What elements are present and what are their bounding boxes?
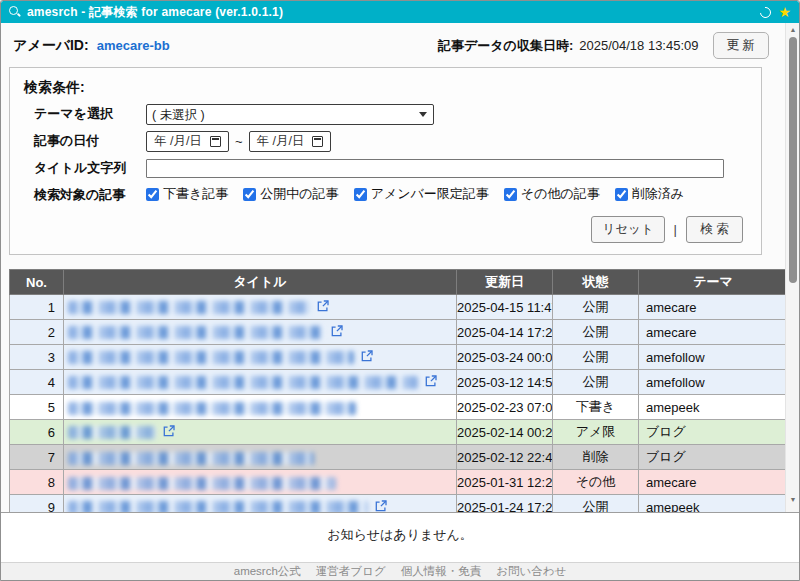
table-row: 22025-04-14 17:23公開amecare — [10, 320, 788, 345]
theme-name: amecare — [639, 470, 788, 495]
notice-panel: お知らせはありません。 — [1, 512, 799, 562]
refresh-icon[interactable] — [758, 4, 773, 19]
row-number: 3 — [10, 345, 64, 370]
footer: amesrch公式運営者ブログ個人情報・免責お問い合わせ — [1, 562, 799, 580]
checkbox-label: 下書き記事 — [163, 185, 228, 203]
row-number: 7 — [10, 445, 64, 470]
ameba-id-label: アメーバID: — [13, 37, 89, 55]
target-checkboxes: 下書き記事公開中の記事アメンバー限定記事その他の記事削除済み — [146, 185, 699, 205]
reset-button[interactable]: リセット — [591, 216, 664, 243]
footer-link-3[interactable]: お問い合わせ — [496, 564, 566, 579]
updated-date: 2025-04-14 17:23 — [457, 320, 553, 345]
calendar-icon[interactable] — [210, 136, 221, 147]
title-string-label: タイトル文字列 — [34, 159, 146, 177]
updated-date: 2025-02-14 00:28 — [457, 420, 553, 445]
article-title-cell — [64, 370, 457, 395]
row-number: 2 — [10, 320, 64, 345]
results-table: No.タイトル更新日状態テーマ 12025-04-15 11:47公開ameca… — [9, 269, 788, 545]
updated-date: 2025-04-15 11:47 — [457, 295, 553, 320]
title-search-input[interactable] — [146, 159, 724, 178]
checkbox-input[interactable] — [615, 188, 628, 201]
theme-select-value: ( 未選択 ) — [152, 108, 205, 122]
redacted-title — [68, 376, 418, 389]
date-range-separator: ~ — [235, 134, 243, 149]
table-row: 62025-02-14 00:28アメ限ブログ — [10, 420, 788, 445]
updated-date: 2025-02-12 22:48 — [457, 445, 553, 470]
scroll-up-arrow-icon[interactable]: ▲ — [786, 24, 800, 36]
external-link-icon[interactable] — [317, 300, 329, 315]
content-area: アメーバID: amecare-bb 記事データの収集日時: 2025/04/1… — [1, 23, 799, 512]
table-row: 12025-04-15 11:47公開amecare — [10, 295, 788, 320]
updated-date: 2025-03-24 00:00 — [457, 345, 553, 370]
theme-name: amefollow — [639, 345, 788, 370]
search-button[interactable]: 検 索 — [686, 216, 743, 243]
table-row: 52025-02-23 07:05下書きamepeek — [10, 395, 788, 420]
calendar-icon[interactable] — [312, 136, 323, 147]
updated-date: 2025-01-31 12:22 — [457, 470, 553, 495]
status-badge: 公開 — [553, 295, 639, 320]
article-date-label: 記事の日付 — [34, 132, 146, 150]
date-from-input[interactable]: 年 /月/日 — [146, 131, 229, 152]
footer-link-2[interactable]: 個人情報・免責 — [401, 564, 482, 579]
status-badge: その他 — [553, 470, 639, 495]
theme-select[interactable]: ( 未選択 ) — [146, 104, 434, 125]
updated-date: 2025-03-12 14:56 — [457, 370, 553, 395]
target-checkbox-0[interactable]: 下書き記事 — [146, 185, 228, 203]
checkbox-label: その他の記事 — [521, 185, 600, 203]
row-number: 8 — [10, 470, 64, 495]
redacted-title — [68, 351, 354, 364]
theme-name: ブログ — [639, 420, 788, 445]
article-title-cell — [64, 420, 457, 445]
external-link-icon[interactable] — [361, 350, 373, 365]
table-row: 82025-01-31 12:22その他amecare — [10, 470, 788, 495]
external-link-icon[interactable] — [425, 375, 437, 390]
date-to-input[interactable]: 年 /月/日 — [249, 131, 332, 152]
scrollbar-thumb[interactable] — [789, 37, 797, 283]
vertical-scrollbar[interactable]: ▲ ▼ — [785, 23, 799, 512]
account-header: アメーバID: amecare-bb 記事データの収集日時: 2025/04/1… — [1, 23, 785, 65]
favorite-star-icon[interactable]: ★ — [778, 5, 791, 19]
footer-link-0[interactable]: amesrch公式 — [234, 564, 301, 579]
target-checkbox-2[interactable]: アメンバー限定記事 — [354, 185, 489, 203]
footer-link-1[interactable]: 運営者ブログ — [316, 564, 386, 579]
search-conditions-heading: 検索条件: — [24, 79, 747, 97]
status-badge: 公開 — [553, 320, 639, 345]
target-checkbox-4[interactable]: 削除済み — [615, 185, 684, 203]
status-badge: 削除 — [553, 445, 639, 470]
row-number: 6 — [10, 420, 64, 445]
status-badge: 公開 — [553, 370, 639, 395]
scroll-down-arrow-icon[interactable]: ▼ — [786, 494, 800, 506]
redacted-title — [68, 477, 336, 490]
button-separator: | — [674, 222, 677, 237]
checkbox-label: 公開中の記事 — [260, 185, 338, 203]
theme-name: amecare — [639, 295, 788, 320]
search-form-panel: 検索条件: テーマを選択 ( 未選択 ) 記事の日付 年 /月/日 ~ — [9, 67, 762, 255]
row-number: 1 — [10, 295, 64, 320]
window-title: amesrch - 記事検索 for amecare (ver.1.0.1.1) — [27, 4, 283, 21]
redacted-title — [68, 402, 356, 415]
status-badge: 下書き — [553, 395, 639, 420]
ameba-id-link[interactable]: amecare-bb — [97, 38, 170, 53]
table-row: 42025-03-12 14:56公開amefollow — [10, 370, 788, 395]
target-checkbox-1[interactable]: 公開中の記事 — [243, 185, 338, 203]
update-button[interactable]: 更 新 — [713, 32, 769, 59]
table-row: 32025-03-24 00:00公開amefollow — [10, 345, 788, 370]
chevron-down-icon — [419, 112, 427, 117]
table-body: 12025-04-15 11:47公開amecare22025-04-14 17… — [10, 295, 788, 545]
status-badge: アメ限 — [553, 420, 639, 445]
checkbox-input[interactable] — [243, 188, 256, 201]
article-title-cell — [64, 445, 457, 470]
checkbox-input[interactable] — [504, 188, 517, 201]
column-header: テーマ — [639, 270, 788, 295]
row-number: 5 — [10, 395, 64, 420]
theme-name: ブログ — [639, 445, 788, 470]
checkbox-input[interactable] — [354, 188, 367, 201]
checkbox-label: 削除済み — [632, 185, 684, 203]
target-checkbox-3[interactable]: その他の記事 — [504, 185, 600, 203]
external-link-icon[interactable] — [331, 325, 343, 340]
theme-name: amepeek — [639, 395, 788, 420]
updated-date: 2025-02-23 07:05 — [457, 395, 553, 420]
checkbox-input[interactable] — [146, 188, 159, 201]
external-link-icon[interactable] — [163, 425, 175, 440]
column-header: 状態 — [553, 270, 639, 295]
